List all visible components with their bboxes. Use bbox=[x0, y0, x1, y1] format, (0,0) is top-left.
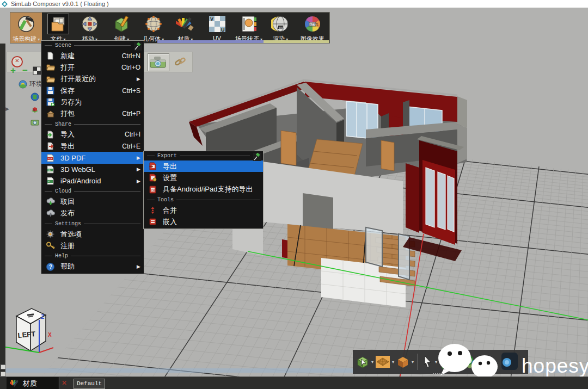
collapsed-panel-strip[interactable] bbox=[0, 44, 5, 389]
menu-item-new[interactable]: 新建 Ctrl+N bbox=[41, 50, 144, 61]
wood-door-2 bbox=[381, 140, 394, 171]
tab-scene-build[interactable]: 场景构建▾ bbox=[10, 13, 42, 43]
submenu-item-settings[interactable]: 设置 bbox=[144, 172, 263, 183]
menu-item-save[interactable]: 保存 Ctrl+S bbox=[41, 85, 144, 96]
submenu-item-embed[interactable]: 嵌入 bbox=[144, 216, 263, 227]
menu-item-export[interactable]: 导出 Ctrl+E bbox=[41, 140, 144, 152]
menu-item-open-recent[interactable]: 打开最近的 ▶ bbox=[41, 73, 144, 85]
cloud-upload-icon bbox=[46, 209, 56, 218]
menu-item-register[interactable]: 注册 bbox=[41, 240, 144, 251]
tree-item-camera[interactable] bbox=[30, 119, 39, 126]
menu-item-import[interactable]: 导入 Ctrl+I bbox=[41, 129, 144, 140]
menu-item-package[interactable]: 打包 Ctrl+P bbox=[41, 108, 144, 119]
walk-navigation-icon bbox=[355, 354, 370, 369]
menu-item-label: 导出 bbox=[60, 141, 75, 151]
splitter-handle[interactable] bbox=[433, 373, 445, 374]
menu-item-label: 3D PDF bbox=[60, 154, 85, 162]
wood-terrace bbox=[287, 224, 406, 279]
menu-item-save-as[interactable]: 另存为 bbox=[41, 96, 144, 108]
svg-text:GL: GL bbox=[48, 169, 51, 171]
app-window: SimLab Composer v9.0.1 ( Floating ) bbox=[0, 0, 588, 389]
menu-item-retrieve[interactable]: 取回 bbox=[41, 196, 144, 207]
pdf-export-icon bbox=[149, 162, 158, 170]
tab-create[interactable]: 创建▾ bbox=[106, 13, 137, 43]
bottom-bar-separator bbox=[58, 377, 59, 389]
house-wall-red-left bbox=[189, 82, 311, 127]
tab-move[interactable]: 移动▾ bbox=[74, 13, 106, 43]
tab-uv[interactable]: VU UV bbox=[201, 13, 232, 43]
podium bbox=[321, 258, 406, 307]
help-icon: ? bbox=[46, 263, 56, 271]
default-state-tab[interactable]: Default bbox=[74, 379, 105, 389]
submenu-item-android-ipad-export[interactable]: PDF 具备Android/iPad支持的导出 bbox=[144, 184, 263, 195]
front-door bbox=[303, 193, 333, 238]
submenu-item-export[interactable]: 导出 bbox=[144, 160, 263, 172]
menu-item-label: 注册 bbox=[60, 241, 75, 251]
menu-shortcut: Ctrl+E bbox=[122, 143, 140, 150]
tab-geometry[interactable]: 几何体▾ bbox=[138, 13, 169, 43]
menu-item-label: 嵌入 bbox=[163, 217, 177, 227]
pin-icon[interactable] bbox=[134, 42, 142, 51]
front-wall bbox=[263, 162, 403, 234]
menu-item-label: 导出 bbox=[163, 162, 177, 171]
menu-section-cloud: Cloud bbox=[41, 187, 144, 196]
red-cabinet bbox=[403, 136, 464, 261]
menu-item-label: 帮助 bbox=[60, 262, 75, 271]
menu-shortcut: Ctrl+I bbox=[125, 131, 140, 138]
menu-item-label: 新建 bbox=[60, 51, 75, 61]
tree-item-globe[interactable] bbox=[30, 92, 39, 101]
tv-screen bbox=[324, 144, 336, 165]
tab-material[interactable]: 材质▾ bbox=[169, 13, 201, 43]
menu-section-help: Help bbox=[41, 251, 144, 261]
tab-scene-states[interactable]: 场景状态▾ bbox=[233, 13, 265, 43]
tree-dice-icon[interactable] bbox=[33, 66, 41, 75]
tab-file[interactable]: 文件▾ bbox=[42, 13, 74, 43]
tree-remove-button[interactable]: − bbox=[22, 67, 28, 75]
walk-navigation-button[interactable]: ▾ bbox=[355, 354, 373, 369]
menu-item-3d-pdf[interactable]: PDF 3D PDF ▶ bbox=[41, 152, 144, 163]
tree-add-button[interactable]: + bbox=[10, 67, 16, 75]
submenu-section-tools: Tools bbox=[144, 195, 263, 205]
expand-arrow-icon[interactable]: ▶ bbox=[5, 106, 9, 112]
menu-item-label: 另存为 bbox=[60, 97, 82, 107]
tab-render[interactable]: 6999 渲染▾ bbox=[265, 13, 296, 43]
camera-view-button[interactable] bbox=[148, 53, 169, 71]
tab-image-effects[interactable]: 67771 图像效果 bbox=[297, 13, 328, 43]
ground-plane-button[interactable]: ▾ bbox=[375, 354, 394, 369]
menu-item-3d-webgl[interactable]: GL 3D WebGL ▶ bbox=[41, 164, 144, 175]
ribbon-strip-yellow bbox=[264, 40, 329, 43]
new-file-icon bbox=[46, 52, 56, 60]
recent-folder-icon bbox=[46, 75, 56, 83]
svg-text:?: ? bbox=[49, 264, 52, 270]
pdf-mobile-icon: PDF bbox=[149, 186, 158, 194]
menu-item-label: 打包 bbox=[60, 109, 75, 119]
axis-z-label: Z bbox=[41, 314, 44, 320]
submenu-item-merge[interactable]: 合并 bbox=[144, 205, 263, 216]
menu-item-ipad-android[interactable]: iP iPad/Android ▶ bbox=[41, 175, 144, 187]
menu-shortcut: Ctrl+S bbox=[122, 87, 140, 95]
view-cube-face-label: LEFT bbox=[17, 330, 36, 339]
submenu-arrow-icon: ▶ bbox=[137, 264, 140, 269]
menu-shortcut: Ctrl+P bbox=[122, 110, 140, 118]
panel-restore-icon[interactable] bbox=[1, 365, 6, 369]
link-icon[interactable] bbox=[174, 55, 187, 69]
menu-item-publish[interactable]: 发布 bbox=[41, 208, 144, 219]
tree-item-model[interactable]: ▶ bbox=[30, 106, 39, 114]
solid-box-button[interactable]: ▾ bbox=[395, 354, 414, 369]
panel-restore-icon-2[interactable] bbox=[1, 372, 6, 376]
menu-item-help[interactable]: ? 帮助 ▶ bbox=[41, 261, 144, 272]
camera-item-icon bbox=[30, 119, 39, 126]
pin-icon[interactable] bbox=[253, 153, 261, 161]
material-panel-tab[interactable]: 材质 bbox=[7, 377, 58, 389]
window-title: SimLab Composer v9.0.1 ( Floating ) bbox=[11, 1, 109, 7]
wood-door bbox=[281, 131, 296, 165]
close-tab-button[interactable]: ✕ bbox=[62, 379, 67, 387]
toolbar-separator bbox=[417, 354, 418, 370]
menu-shortcut: Ctrl+N bbox=[122, 52, 140, 60]
house-wall-red-back bbox=[305, 82, 457, 122]
tree-item-environment[interactable]: 环境 bbox=[19, 79, 42, 89]
menu-item-preferences[interactable]: 首选项 bbox=[41, 229, 144, 240]
menu-item-open[interactable]: 打开 Ctrl+O bbox=[41, 61, 144, 73]
view-cube[interactable]: LEFT Z X Y bbox=[0, 302, 93, 376]
menu-section-share: Share bbox=[41, 120, 144, 129]
